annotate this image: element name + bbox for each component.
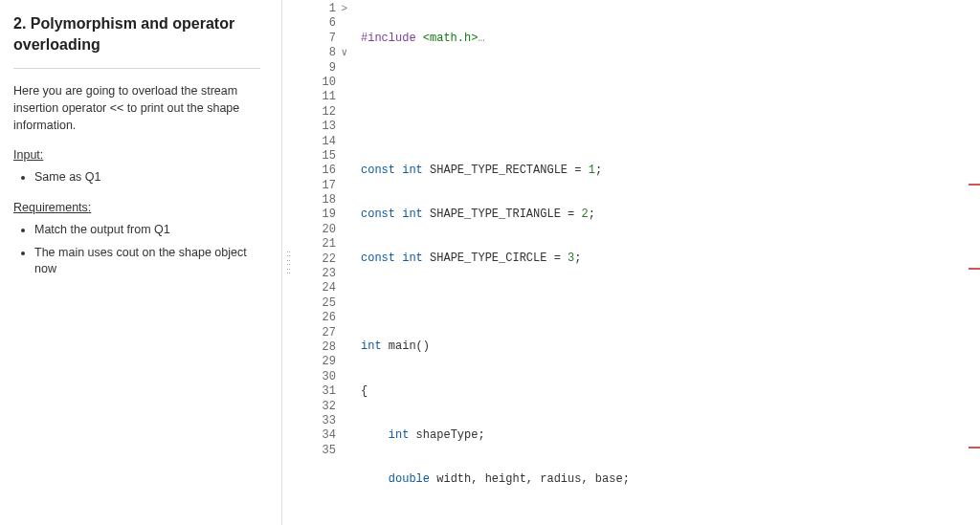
line-number: 23: [323, 267, 336, 280]
line-number: 12: [323, 105, 336, 119]
line-number: 31: [323, 384, 336, 398]
line-number: 19: [323, 208, 336, 221]
line-number: 26: [323, 311, 336, 324]
line-number: 20: [323, 223, 336, 236]
line-number: 28: [323, 340, 336, 354]
code-area[interactable]: #include <math.h>… const int SHAPE_TYPE_…: [344, 0, 980, 525]
requirements-heading: Requirements:: [13, 201, 260, 214]
line-number: 35: [323, 444, 336, 457]
line-number: 33: [323, 414, 336, 427]
list-item: The main uses cout on the shape object n…: [34, 245, 260, 278]
chevron-down-icon[interactable]: ∨: [341, 46, 347, 59]
error-mark-icon: [969, 184, 980, 186]
line-number: 15: [323, 149, 336, 163]
line-number: 17: [323, 179, 336, 192]
line-number: 27: [323, 326, 336, 339]
instructions-panel: 2. Polymorphism and operator overloading…: [0, 0, 282, 525]
line-number: 9: [329, 61, 336, 75]
error-mark-icon: [969, 447, 980, 448]
line-gutter: 1> 6 7 8∨ 9 10 11 12 13 14 15 16 17 18 1…: [292, 0, 344, 525]
list-item: Match the output from Q1: [34, 222, 260, 239]
overview-ruler[interactable]: [969, 0, 980, 525]
error-mark-icon: [969, 268, 980, 270]
split-handle[interactable]: [282, 0, 292, 525]
line-number: 11: [323, 90, 336, 103]
input-list: Same as Q1: [13, 169, 260, 186]
page-title: 2. Polymorphism and operator overloading: [13, 13, 260, 55]
line-number: 16: [323, 164, 336, 177]
divider: [13, 68, 260, 69]
list-item: Same as Q1: [34, 169, 260, 186]
chevron-right-icon[interactable]: >: [341, 2, 347, 15]
line-number: 34: [323, 428, 336, 442]
line-number: 18: [323, 193, 336, 207]
line-number: 30: [323, 370, 336, 383]
line-number: 7: [329, 32, 336, 45]
line-number: 6: [329, 16, 336, 30]
line-number: 29: [323, 355, 336, 368]
code-editor[interactable]: 1> 6 7 8∨ 9 10 11 12 13 14 15 16 17 18 1…: [292, 0, 980, 525]
line-number: 10: [323, 76, 336, 89]
line-number: 13: [323, 120, 336, 133]
grip-icon: [285, 252, 289, 274]
line-number: 14: [323, 135, 336, 148]
line-number: 1: [329, 2, 336, 15]
input-heading: Input:: [13, 148, 260, 162]
requirements-list: Match the output from Q1 The main uses c…: [13, 222, 260, 278]
line-number: 24: [323, 281, 336, 295]
line-number: 21: [323, 237, 336, 251]
description: Here you are going to overload the strea…: [13, 82, 260, 134]
line-number: 22: [323, 252, 336, 266]
line-number: 8: [329, 46, 336, 59]
line-number: 25: [323, 296, 336, 310]
line-number: 32: [323, 400, 336, 413]
